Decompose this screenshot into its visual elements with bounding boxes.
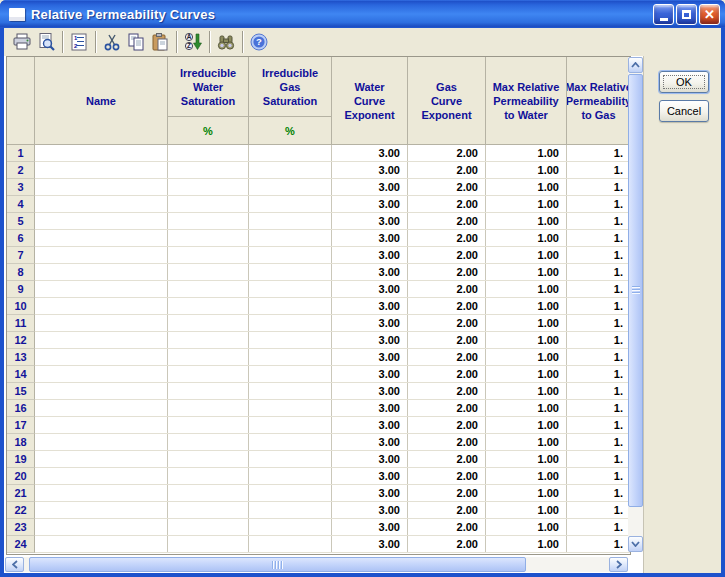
horizontal-scrollbar[interactable] — [5, 557, 628, 572]
find-button[interactable] — [214, 30, 238, 54]
title-bar[interactable]: Relative Permeability Curves ✕ — [0, 0, 725, 28]
grid-cell[interactable] — [249, 264, 332, 280]
grid-cell[interactable] — [249, 298, 332, 314]
grid-cell[interactable]: 1. — [567, 485, 630, 501]
grid-cell[interactable] — [35, 298, 168, 314]
close-button[interactable]: ✕ — [699, 4, 720, 25]
vertical-scroll-track[interactable] — [628, 73, 643, 536]
horizontal-scroll-thumb[interactable] — [29, 557, 526, 572]
grid-cell[interactable]: 1.00 — [486, 281, 567, 297]
row-number[interactable]: 8 — [7, 264, 35, 281]
grid-cell[interactable] — [249, 230, 332, 246]
grid-cell[interactable]: 1. — [567, 281, 630, 297]
grid-cell[interactable]: 1. — [567, 400, 630, 416]
grid-cell[interactable] — [35, 519, 168, 535]
grid-cell[interactable]: 3.00 — [332, 417, 408, 433]
grid-cell[interactable]: 1.00 — [486, 536, 567, 552]
grid-cell[interactable] — [249, 434, 332, 450]
scroll-down-button[interactable] — [628, 536, 643, 552]
row-number[interactable]: 7 — [7, 247, 35, 264]
grid-cell[interactable]: 1.00 — [486, 519, 567, 535]
row-number[interactable]: 16 — [7, 400, 35, 417]
help-button[interactable]: ? — [247, 30, 271, 54]
grid-cell[interactable] — [249, 315, 332, 331]
grid-cell[interactable]: 2.00 — [408, 434, 486, 450]
grid-cell[interactable] — [35, 162, 168, 178]
grid-cell[interactable] — [168, 468, 249, 484]
grid-cell[interactable] — [168, 451, 249, 467]
scroll-right-button[interactable] — [609, 557, 628, 572]
grid-cell[interactable]: 1.00 — [486, 230, 567, 246]
grid-cell[interactable] — [35, 434, 168, 450]
grid-cell[interactable]: 2.00 — [408, 502, 486, 518]
grid-cell[interactable] — [249, 281, 332, 297]
row-number[interactable]: 2 — [7, 162, 35, 179]
grid-cell[interactable]: 3.00 — [332, 298, 408, 314]
grid-cell[interactable]: 1. — [567, 230, 630, 246]
grid-cell[interactable]: 1. — [567, 264, 630, 280]
row-number[interactable]: 23 — [7, 519, 35, 536]
grid-cell[interactable] — [249, 332, 332, 348]
grid-cell[interactable] — [249, 179, 332, 195]
grid-cell[interactable] — [168, 179, 249, 195]
grid-cell[interactable]: 1. — [567, 451, 630, 467]
grid-cell[interactable]: 3.00 — [332, 145, 408, 161]
grid-cell[interactable]: 1.00 — [486, 315, 567, 331]
grid-cell[interactable] — [249, 502, 332, 518]
grid-cell[interactable]: 1.00 — [486, 434, 567, 450]
grid-cell[interactable]: 1. — [567, 179, 630, 195]
grid-cell[interactable]: 1.00 — [486, 179, 567, 195]
scroll-up-button[interactable] — [628, 57, 643, 73]
grid-cell[interactable]: 2.00 — [408, 179, 486, 195]
grid-cell[interactable]: 3.00 — [332, 264, 408, 280]
grid-cell[interactable]: 3.00 — [332, 247, 408, 263]
horizontal-scroll-track[interactable] — [24, 557, 609, 572]
grid-cell[interactable]: 1. — [567, 298, 630, 314]
grid-cell[interactable]: 1. — [567, 519, 630, 535]
grid-cell[interactable]: 3.00 — [332, 179, 408, 195]
grid-cell[interactable]: 1.00 — [486, 196, 567, 212]
grid-cell[interactable]: 1. — [567, 434, 630, 450]
grid-cell[interactable]: 2.00 — [408, 230, 486, 246]
grid-cell[interactable]: 3.00 — [332, 196, 408, 212]
grid-cell[interactable] — [249, 417, 332, 433]
row-number[interactable]: 14 — [7, 366, 35, 383]
sort-button[interactable]: A Z — [181, 30, 205, 54]
row-number[interactable]: 12 — [7, 332, 35, 349]
grid-cell[interactable] — [168, 196, 249, 212]
grid-cell[interactable] — [35, 264, 168, 280]
grid-cell[interactable]: 3.00 — [332, 349, 408, 365]
grid-cell[interactable]: 1.00 — [486, 383, 567, 399]
grid-cell[interactable] — [168, 502, 249, 518]
grid-cell[interactable] — [168, 281, 249, 297]
grid-cell[interactable]: 1. — [567, 145, 630, 161]
grid-cell[interactable] — [35, 230, 168, 246]
grid-cell[interactable]: 1.00 — [486, 264, 567, 280]
grid-cell[interactable] — [249, 451, 332, 467]
grid-cell[interactable]: 2.00 — [408, 145, 486, 161]
grid-cell[interactable]: 2.00 — [408, 213, 486, 229]
grid-cell[interactable] — [168, 315, 249, 331]
grid-cell[interactable]: 1.00 — [486, 247, 567, 263]
row-number[interactable]: 5 — [7, 213, 35, 230]
grid-cell[interactable] — [168, 145, 249, 161]
grid-cell[interactable]: 1. — [567, 247, 630, 263]
grid-cell[interactable]: 3.00 — [332, 383, 408, 399]
grid-cell[interactable] — [35, 247, 168, 263]
grid-cell[interactable]: 1. — [567, 468, 630, 484]
grid-cell[interactable]: 1.00 — [486, 485, 567, 501]
grid-cell[interactable] — [35, 468, 168, 484]
row-number[interactable]: 20 — [7, 468, 35, 485]
grid-cell[interactable] — [35, 213, 168, 229]
grid-cell[interactable] — [249, 366, 332, 382]
grid-cell[interactable] — [168, 366, 249, 382]
grid-cell[interactable] — [168, 485, 249, 501]
grid-cell[interactable] — [168, 162, 249, 178]
row-number[interactable]: 6 — [7, 230, 35, 247]
grid-cell[interactable] — [249, 383, 332, 399]
grid-cell[interactable] — [168, 434, 249, 450]
row-number[interactable]: 21 — [7, 485, 35, 502]
grid-cell[interactable]: 2.00 — [408, 247, 486, 263]
grid-cell[interactable]: 3.00 — [332, 213, 408, 229]
grid-cell[interactable]: 3.00 — [332, 332, 408, 348]
